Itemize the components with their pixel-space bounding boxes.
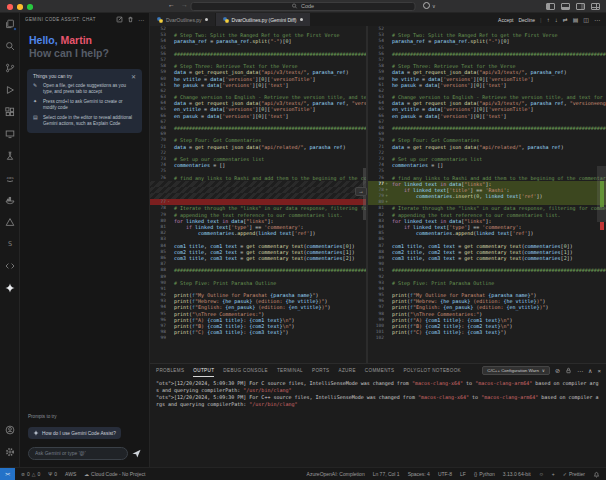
tip-item: ✎ Open a file, get code suggestions as y… (33, 83, 136, 95)
open-file-icon[interactable]: ▤ (573, 17, 579, 23)
code-tools-icon (5, 261, 15, 271)
activity-docker-icon[interactable] (0, 189, 20, 211)
problems-status[interactable]: ⊘0 △0 (21, 471, 40, 477)
eol-status[interactable]: LF (460, 471, 466, 477)
indentation-status[interactable]: Spaces: 4 (408, 471, 430, 477)
chat-greeting: Hello, Martin How can I help? (20, 26, 149, 60)
encoding-status[interactable]: UTF-8 (438, 471, 452, 477)
panel-tab-debug-console[interactable]: DEBUG CONSOLE (223, 364, 268, 377)
accept-button[interactable]: Accept (498, 17, 513, 23)
snyk-icon: S (5, 239, 15, 249)
azure-icon (5, 217, 15, 227)
tip-text: Press cmd+I to ask Gemini to create or m… (43, 99, 136, 111)
prompt-suggestion-chip[interactable]: How do I use Gemini Code Assist? (28, 427, 121, 439)
editor-tab-1[interactable]: DvarOutlines.py (Gemini Diff) (216, 13, 311, 26)
activity-aws-icon[interactable]: aws (0, 167, 20, 189)
overview-removed-mark (600, 222, 604, 230)
close-icon[interactable]: ✕ (131, 75, 136, 79)
close-panel-icon[interactable]: × (597, 368, 601, 374)
activity-azure-icon[interactable] (0, 211, 20, 233)
formatter-status[interactable]: ✓ Prettier (563, 471, 585, 477)
clear-output-icon[interactable]: ⊘ (555, 368, 560, 374)
toggle-sidebar-icon[interactable] (546, 3, 555, 10)
activity-run-debug-icon[interactable] (0, 79, 20, 101)
new-chat-icon[interactable] (116, 16, 123, 23)
chat-input[interactable] (28, 447, 128, 460)
activity-extensions-icon[interactable] (0, 101, 20, 123)
add-status-icon[interactable]: + (552, 471, 555, 477)
activity-test-beaker-icon[interactable] (0, 145, 20, 167)
ports-status[interactable]: Ψ0 (48, 471, 57, 477)
activity-account-icon[interactable] (0, 419, 20, 441)
maximize-window-button[interactable] (27, 4, 33, 10)
activity-snyk-icon[interactable]: S (0, 233, 20, 255)
titlebar: ← → Code ∨ (0, 0, 606, 13)
toggle-panel-icon[interactable] (561, 3, 570, 10)
greeting-hello: Hello, (29, 34, 58, 46)
toggle-secondary-sidebar-icon[interactable] (576, 3, 585, 10)
modified-dot-icon (205, 18, 208, 21)
previous-change-icon[interactable]: ↑ (547, 17, 550, 23)
more-actions-icon[interactable]: ⋯ (138, 18, 144, 22)
output-line: "ots">[12/20/2024, 5:09:30 PM] For C sou… (156, 380, 600, 394)
tip-item: ✦ Press cmd+I to ask Gemini to create or… (33, 99, 136, 111)
prompt-chip-label: How do I use Gemini Code Assist? (42, 431, 116, 436)
close-window-button[interactable] (7, 4, 13, 10)
activity-settings-gear-icon[interactable] (0, 441, 20, 463)
python-runtime-status[interactable]: 3.13.0 64-bit (503, 471, 531, 477)
command-center-search[interactable]: Code (191, 2, 416, 12)
panel-tab-output[interactable]: OUTPUT (193, 364, 214, 377)
braces-icon: {} (474, 471, 477, 477)
split-editor-icon[interactable]: ◫ (583, 17, 589, 23)
panel-tab-azure[interactable]: AZURE (338, 364, 355, 377)
maximize-panel-icon[interactable]: ∧ (588, 368, 592, 374)
more-actions-icon[interactable]: ⋯ (577, 368, 583, 374)
output-line: "ots">[12/20/2024, 5:09:30 PM] For C++ s… (156, 394, 600, 408)
activity-remote-explorer-icon[interactable] (0, 123, 20, 145)
next-change-icon[interactable]: ↓ (555, 17, 558, 23)
output-channel-label: C/C++ Configuration Warn (487, 368, 539, 373)
azure-openai-status[interactable]: AzureOpenAI: Completion (307, 471, 365, 477)
history-forward-icon[interactable]: → (181, 1, 188, 8)
language-mode[interactable]: {} Python (474, 471, 495, 477)
panel-tab-ports[interactable]: PORTS (312, 364, 330, 377)
panel-tab-polyglot-notebook[interactable]: POLYGLOT NOTEBOOK (403, 364, 461, 377)
more-actions-icon[interactable]: ⋯ (594, 17, 600, 23)
code-text (171, 335, 366, 341)
activity-search-icon[interactable] (0, 35, 20, 57)
panel-tab-terminal[interactable]: TERMINAL (277, 364, 303, 377)
aws-status[interactable]: AWS (65, 471, 76, 477)
panel-tab-comments[interactable]: COMMENTS (365, 364, 395, 377)
notifications-bell-icon[interactable] (593, 471, 600, 478)
decline-button[interactable]: Decline (518, 17, 535, 23)
window-controls (7, 4, 33, 10)
tip-item: ▤ Select code in the editor to reveal ad… (33, 115, 136, 127)
extensions-icon (5, 107, 15, 117)
activity-explorer-icon[interactable] (0, 13, 20, 35)
customize-layout-icon[interactable] (591, 3, 600, 10)
revert-change-button[interactable]: → (355, 187, 367, 196)
cloud-code-status[interactable]: ☁Cloud Code - No Project (84, 471, 145, 477)
activity-code-tools-icon[interactable] (0, 255, 20, 277)
history-back-icon[interactable]: ← (168, 1, 175, 8)
activity-gemini-icon[interactable] (0, 277, 20, 299)
swap-sides-icon[interactable]: ⇄ (563, 17, 568, 23)
panel-tab-problems[interactable]: PROBLEMS (156, 364, 184, 377)
assistant-menu[interactable]: ∨ (423, 2, 436, 9)
status-bar: >< ⊘0 △0 Ψ0 AWS ☁Cloud Code - No Project… (0, 467, 606, 480)
output-channel-dropdown[interactable]: C/C++ Configuration Warn ∨ (482, 366, 550, 375)
code-line[interactable]: 102 (368, 335, 606, 341)
line-number: 102 (368, 335, 384, 341)
code-line[interactable]: 99 (150, 335, 366, 341)
run-debug-icon (5, 85, 15, 95)
lock-scrolling-icon[interactable] (565, 367, 572, 375)
cursor-position[interactable]: Ln 77, Col 1 (373, 471, 400, 477)
chevron-down-icon: ∨ (542, 368, 545, 373)
activity-source-control-icon[interactable] (0, 57, 20, 79)
delete-chat-icon[interactable] (127, 16, 134, 23)
remote-indicator[interactable]: >< (0, 468, 15, 480)
minimize-window-button[interactable] (17, 4, 23, 10)
editor-tab-0[interactable]: DvarOutlines.py (150, 13, 216, 26)
send-button[interactable] (132, 444, 141, 462)
feedback-smiley-icon[interactable]: ☺ (539, 471, 544, 477)
